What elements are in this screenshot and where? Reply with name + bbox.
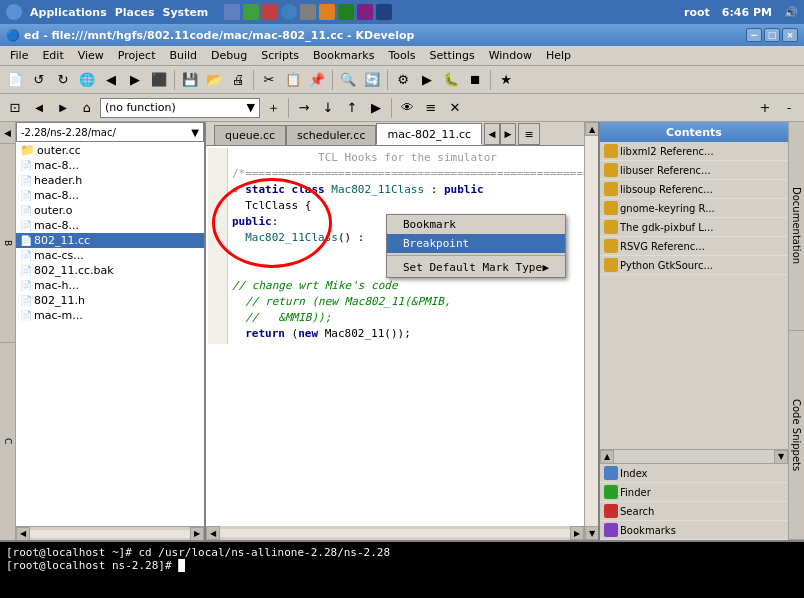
nav-home-button[interactable]: ⌂	[76, 97, 98, 119]
list-item[interactable]: gnome-keyring R...	[600, 199, 788, 218]
list-item[interactable]: 📄 mac-8...	[16, 188, 204, 203]
side-btn-1[interactable]: ◀	[0, 122, 15, 144]
file-tree[interactable]: 📁 outer.cc 📄 mac-8... 📄 header.h 📄 mac-8…	[16, 142, 204, 526]
list-item[interactable]: 📄 mac-8...	[16, 218, 204, 233]
step-out-button[interactable]: ↑	[341, 97, 363, 119]
open-button[interactable]: 📂	[203, 69, 225, 91]
side-btn-3[interactable]: C	[0, 343, 15, 541]
tab-menu-button[interactable]: ≡	[518, 123, 540, 145]
stack-button[interactable]: ≡	[420, 97, 442, 119]
nav-forward-button[interactable]: ▶	[52, 97, 74, 119]
ctx-breakpoint[interactable]: Breakpoint	[387, 234, 565, 253]
menu-bookmarks[interactable]: Bookmarks	[307, 47, 380, 64]
build-button[interactable]: ⚙	[392, 69, 414, 91]
list-item[interactable]: 📄 802_11.cc	[16, 233, 204, 248]
scroll-right-btn[interactable]: ▶	[570, 526, 584, 540]
disable-button[interactable]: ✕	[444, 97, 466, 119]
new-file-button[interactable]: 📄	[4, 69, 26, 91]
stop-run-button[interactable]: ⏹	[464, 69, 486, 91]
save-button[interactable]: 💾	[179, 69, 201, 91]
list-item[interactable]: 📄 mac-cs...	[16, 248, 204, 263]
scroll-right[interactable]: ▶	[190, 527, 204, 541]
menu-file[interactable]: File	[4, 47, 34, 64]
list-item[interactable]: 📄 outer.o	[16, 203, 204, 218]
redo-button[interactable]: ↻	[52, 69, 74, 91]
rp-scroll-down[interactable]: ▼	[774, 450, 788, 464]
menu-view[interactable]: View	[72, 47, 110, 64]
h-scrollbar[interactable]: ◀ ▶	[16, 526, 204, 540]
continue-button[interactable]: ▶	[365, 97, 387, 119]
menu-help[interactable]: Help	[540, 47, 577, 64]
list-item[interactable]: 📄 mac-8...	[16, 158, 204, 173]
undo-button[interactable]: ↺	[28, 69, 50, 91]
menu-edit[interactable]: Edit	[36, 47, 69, 64]
forward-button[interactable]: ▶	[124, 69, 146, 91]
tab-scheduler-cc[interactable]: scheduler.cc	[286, 125, 376, 145]
list-item[interactable]: 📄 mac-m...	[16, 308, 204, 323]
left-panel-toggle[interactable]: ⊡	[4, 97, 26, 119]
menu-build[interactable]: Build	[163, 47, 203, 64]
list-item[interactable]: 📄 header.h	[16, 173, 204, 188]
bookmarks-item[interactable]: Bookmarks	[600, 521, 788, 540]
step-into-button[interactable]: ↓	[317, 97, 339, 119]
copy-button[interactable]: 📋	[282, 69, 304, 91]
list-item[interactable]: 📄 802_11.cc.bak	[16, 263, 204, 278]
stop-button[interactable]: ⬛	[148, 69, 170, 91]
tab-next-button[interactable]: ▶	[500, 123, 516, 145]
list-item[interactable]: RSVG Referenc...	[600, 237, 788, 256]
code-content[interactable]: TCL Hooks for the simulator /*==========…	[206, 146, 584, 526]
ctx-bookmark[interactable]: Bookmark	[387, 215, 565, 234]
menu-window[interactable]: Window	[483, 47, 538, 64]
search-button[interactable]: 🔍	[337, 69, 359, 91]
index-item[interactable]: Index	[600, 464, 788, 483]
v-scroll-track[interactable]	[585, 136, 598, 526]
list-item[interactable]: 📁 outer.cc	[16, 142, 204, 158]
tab-queue-cc[interactable]: queue.cc	[214, 125, 286, 145]
list-item[interactable]: libsoup Referenc...	[600, 180, 788, 199]
scroll-up-btn[interactable]: ▲	[585, 122, 599, 136]
scroll-track[interactable]	[30, 530, 190, 538]
code-v-scrollbar[interactable]: ▲ ▼	[584, 122, 598, 540]
close-button[interactable]: ×	[782, 28, 798, 42]
print-button[interactable]: 🖨	[227, 69, 249, 91]
scroll-left[interactable]: ◀	[16, 527, 30, 541]
h-scroll-track[interactable]	[220, 529, 570, 537]
menu-settings[interactable]: Settings	[424, 47, 481, 64]
ctx-set-default-mark[interactable]: Set Default Mark Type ▶	[387, 258, 565, 277]
menu-scripts[interactable]: Scripts	[255, 47, 305, 64]
terminal[interactable]: [root@localhost ~]# cd /usr/local/ns-all…	[0, 540, 804, 598]
list-item[interactable]: libxml2 Referenc...	[600, 142, 788, 161]
menu-project[interactable]: Project	[112, 47, 162, 64]
documentation-vert-btn[interactable]: Documentation	[789, 122, 804, 331]
menu-tools[interactable]: Tools	[382, 47, 421, 64]
path-arrow[interactable]: ▼	[191, 127, 199, 138]
func-add-button[interactable]: ＋	[262, 97, 284, 119]
rp-scroll-up[interactable]: ▲	[600, 450, 614, 464]
cut-button[interactable]: ✂	[258, 69, 280, 91]
watch-button[interactable]: 👁	[396, 97, 418, 119]
scroll-down-btn[interactable]: ▼	[585, 526, 599, 540]
places-menu[interactable]: Places	[115, 6, 155, 19]
side-btn-2[interactable]: B	[0, 144, 15, 343]
function-selector[interactable]: (no function) ▼	[100, 98, 260, 118]
finder-item[interactable]: Finder	[600, 483, 788, 502]
zoom-in-button[interactable]: +	[754, 97, 776, 119]
tab-prev-button[interactable]: ◀	[484, 123, 500, 145]
list-item[interactable]: The gdk-pixbuf L...	[600, 218, 788, 237]
minimize-button[interactable]: −	[746, 28, 762, 42]
menu-debug[interactable]: Debug	[205, 47, 253, 64]
apps-menu[interactable]: Applications	[30, 6, 107, 19]
speaker-icon[interactable]: 🔊	[784, 6, 798, 19]
right-panel-list[interactable]: libxml2 Referenc... libuser Referenc... …	[600, 142, 788, 449]
list-item[interactable]: Python GtkSourc...	[600, 256, 788, 275]
step-over-button[interactable]: →	[293, 97, 315, 119]
code-h-scrollbar[interactable]: ◀ ▶	[206, 526, 584, 540]
home-button[interactable]: 🌐	[76, 69, 98, 91]
maximize-button[interactable]: □	[764, 28, 780, 42]
debug-button[interactable]: 🐛	[440, 69, 462, 91]
back-button[interactable]: ◀	[100, 69, 122, 91]
tab-mac-802-11-cc[interactable]: mac-802_11.cc	[376, 123, 482, 145]
nav-back-button[interactable]: ◀	[28, 97, 50, 119]
code-snippets-vert-btn[interactable]: Code Snippets	[789, 331, 804, 540]
list-item[interactable]: 📄 mac-h...	[16, 278, 204, 293]
